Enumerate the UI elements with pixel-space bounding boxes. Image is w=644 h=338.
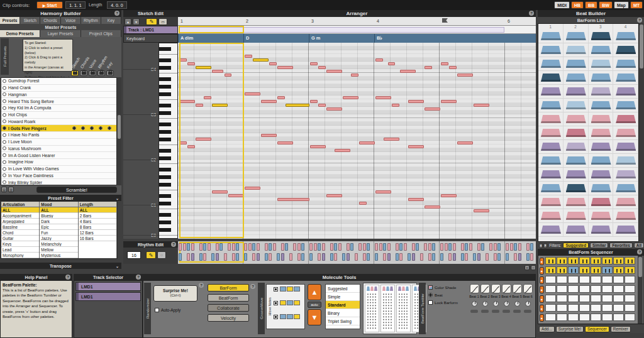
barform-shape[interactable] — [591, 226, 611, 234]
rhythm-step[interactable] — [432, 253, 435, 261]
list-mode-button-2[interactable]: ▥ — [8, 187, 14, 192]
sequencer-cell[interactable] — [591, 304, 601, 312]
rhythm-step[interactable] — [428, 253, 431, 261]
rhythm-step[interactable] — [461, 243, 464, 251]
groovemove-checkbox[interactable] — [274, 315, 278, 319]
barform-cell[interactable] — [564, 154, 589, 167]
tab-chords[interactable]: Chords — [40, 17, 60, 24]
row-play-icon[interactable]: ▶ — [540, 258, 544, 265]
barform-cell[interactable] — [589, 209, 614, 222]
barform-shape[interactable] — [591, 184, 611, 192]
barform-cell[interactable] — [564, 140, 589, 153]
beat-widget[interactable]: Beat 6 — [523, 284, 533, 313]
sequencer-cell[interactable] — [579, 257, 590, 264]
toggle-mt-button[interactable]: MT — [630, 1, 643, 9]
beat-dial[interactable] — [514, 301, 520, 307]
rhythm-step[interactable] — [497, 253, 501, 261]
layer-button-velocity[interactable]: Velocity — [208, 314, 249, 322]
barform-cell[interactable] — [589, 85, 614, 98]
rhythm-step[interactable] — [199, 243, 203, 251]
filter-item[interactable]: Bassline — [1, 224, 39, 230]
rhythm-step[interactable] — [301, 253, 304, 261]
barform-shape[interactable] — [566, 60, 586, 68]
rhythm-step[interactable] — [297, 253, 301, 261]
beat-dial[interactable] — [472, 301, 477, 307]
piano-key[interactable] — [159, 236, 177, 239]
rhythm-step[interactable] — [526, 253, 530, 261]
sequencer-cell[interactable] — [602, 304, 613, 312]
note[interactable] — [474, 209, 489, 212]
note[interactable] — [245, 187, 260, 190]
rhythm-step[interactable] — [473, 253, 476, 261]
sequencer-cell[interactable] — [545, 276, 556, 283]
rhythm-step[interactable] — [448, 253, 452, 261]
rhythm-step[interactable] — [506, 243, 509, 251]
barform-cell[interactable] — [589, 30, 614, 43]
note[interactable] — [261, 100, 277, 103]
preset-radio[interactable] — [3, 119, 6, 123]
sequencer-cell[interactable] — [545, 295, 556, 302]
row-play-icon[interactable]: ▶ — [540, 276, 544, 284]
groove-down-button[interactable]: ▼ — [308, 309, 321, 325]
rhythm-step[interactable] — [309, 243, 313, 251]
sequencer-cell[interactable] — [613, 285, 624, 293]
barform-shape[interactable] — [591, 143, 611, 151]
rhythm-step[interactable] — [301, 243, 304, 251]
preset-item[interactable]: Hand Crank — [1, 85, 116, 92]
preset-item[interactable]: I Love Moon — [1, 139, 116, 146]
note[interactable] — [408, 145, 424, 148]
preset-radio[interactable] — [3, 92, 6, 96]
note[interactable] — [326, 70, 342, 73]
beat-dial[interactable] — [525, 301, 531, 307]
layer-button-barform[interactable]: BarForm — [208, 284, 249, 292]
note[interactable] — [261, 134, 277, 137]
sequencer-cell[interactable] — [602, 266, 613, 274]
groovemove-row[interactable] — [274, 314, 301, 319]
preset-item[interactable]: I Gots Five Fingerz — [1, 125, 116, 132]
rhythm-pencil-button[interactable]: ✎ — [146, 251, 156, 259]
preset-filter-header[interactable]: Preset Filter⌄ — [0, 195, 121, 201]
rhythm-step[interactable] — [314, 243, 317, 251]
barform-shape[interactable] — [591, 32, 611, 40]
rhythm-step[interactable] — [497, 243, 501, 251]
sequencer-cell[interactable] — [591, 285, 601, 293]
beat-row[interactable]: Beat — [428, 293, 467, 297]
groovemove-row[interactable] — [274, 300, 301, 305]
lock-button-rhythm[interactable] — [97, 70, 105, 76]
barform-cell[interactable] — [564, 195, 589, 209]
filter-item[interactable]: Arpeggiated — [1, 219, 39, 224]
sequencer-cell[interactable] — [625, 313, 635, 321]
filter-item[interactable]: ALL — [40, 207, 77, 213]
rhythm-step[interactable] — [236, 253, 239, 261]
rhythm-step[interactable] — [412, 253, 415, 261]
barform-shape[interactable] — [566, 115, 586, 123]
subtab-demo-presets[interactable]: Demo Presets — [0, 30, 40, 37]
preset-item[interactable]: Icarus Mushroom — [1, 146, 116, 153]
rhythm-step[interactable] — [383, 243, 386, 251]
beat-dial[interactable] — [482, 301, 488, 307]
barform-shape[interactable] — [591, 60, 611, 68]
preset-item[interactable]: I Have No Pants — [1, 132, 116, 139]
barform-cell[interactable] — [613, 168, 638, 181]
rhythm-step[interactable] — [477, 243, 480, 251]
tumbler-option[interactable]: Simple — [326, 293, 360, 301]
rhythm-step[interactable] — [269, 253, 272, 261]
rhythm-step[interactable] — [252, 253, 255, 261]
note[interactable] — [441, 100, 457, 103]
rhythm-step[interactable] — [318, 253, 321, 261]
beat-widget[interactable]: Beat 3 — [491, 284, 501, 313]
chord-label[interactable]: A dim — [180, 35, 193, 41]
rhythm-step[interactable] — [383, 253, 386, 261]
layer-enabled-icon[interactable] — [72, 126, 76, 130]
note[interactable] — [245, 92, 260, 95]
beat-slider-icon[interactable] — [470, 310, 478, 313]
barform-cell[interactable] — [589, 168, 614, 181]
rhythm-step[interactable] — [465, 243, 468, 251]
barform-shape[interactable] — [616, 87, 636, 95]
barform-shape[interactable] — [566, 129, 586, 137]
rhythm-step[interactable] — [265, 243, 268, 251]
filter-down-button[interactable]: ▼ — [543, 243, 547, 248]
filter-item[interactable]: Mysterious — [40, 253, 77, 258]
lock-button-chords[interactable] — [80, 70, 87, 76]
barform-shape[interactable] — [616, 156, 636, 165]
